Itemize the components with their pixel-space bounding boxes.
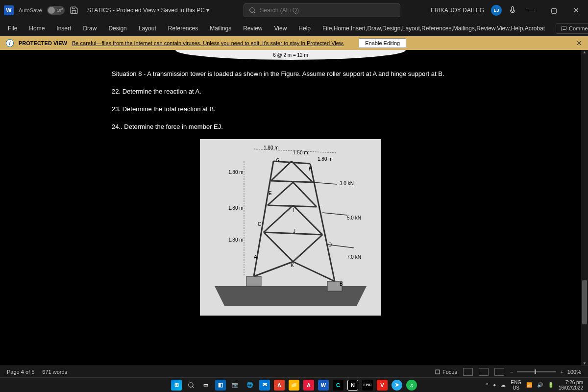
- user-name: ERIKA JOY DAILEG: [431, 7, 484, 14]
- web-layout-icon[interactable]: [494, 368, 504, 376]
- svg-line-20: [271, 161, 292, 181]
- focus-mode-button[interactable]: Focus: [435, 369, 457, 375]
- print-layout-icon[interactable]: [479, 368, 489, 376]
- search-box[interactable]: [244, 3, 400, 17]
- document-canvas[interactable]: 6 @ 2 m = 12 m Situation 8 - A transmiss…: [0, 50, 581, 372]
- battery-icon[interactable]: 🔋: [548, 382, 554, 388]
- svg-line-15: [293, 182, 317, 207]
- svg-line-18: [264, 232, 293, 262]
- zoom-slider[interactable]: [517, 371, 556, 372]
- zoom-in[interactable]: +: [560, 369, 563, 375]
- titlebar: W AutoSave Off STATICS - Protected View …: [0, 0, 588, 21]
- tray-app-icon[interactable]: ●: [493, 382, 496, 388]
- clock[interactable]: 7:26 pm 16/02/2022: [559, 380, 583, 391]
- svg-marker-3: [215, 286, 367, 306]
- zoom-out[interactable]: −: [510, 369, 513, 375]
- comments-label: Comments: [569, 25, 588, 31]
- valorant-icon[interactable]: V: [377, 380, 388, 391]
- app-c-icon[interactable]: C: [333, 380, 343, 391]
- word-app-icon: W: [4, 5, 14, 15]
- tray-cloud-icon[interactable]: ☁: [501, 382, 506, 388]
- start-button[interactable]: ⊞: [171, 380, 182, 391]
- task-view-icon[interactable]: ▭: [200, 380, 211, 391]
- tab-review[interactable]: Review: [242, 22, 263, 35]
- tray-chevron-icon[interactable]: ^: [486, 382, 489, 388]
- search-taskbar-icon[interactable]: [186, 380, 196, 391]
- chrome-icon[interactable]: 🌐: [245, 380, 255, 391]
- language-indicator[interactable]: ENG US: [511, 380, 521, 391]
- search-icon: [249, 7, 256, 14]
- toggle-knob: [48, 7, 55, 14]
- zoom-control: − + 100%: [510, 369, 581, 375]
- ribbon-right: Comments Share: [556, 23, 588, 34]
- comment-icon: [561, 25, 567, 31]
- notion-icon[interactable]: N: [347, 380, 358, 391]
- scroll-thumb[interactable]: [582, 280, 587, 324]
- tab-mailings[interactable]: Mailings: [209, 22, 232, 35]
- word-taskbar-icon[interactable]: W: [318, 380, 329, 391]
- tab-home[interactable]: Home: [28, 22, 46, 35]
- dim-left-2: 1.80 m: [228, 205, 244, 211]
- minimize-button[interactable]: —: [523, 2, 539, 18]
- tab-file[interactable]: File: [7, 22, 18, 35]
- volume-icon[interactable]: 🔊: [537, 382, 543, 388]
- zoom-level[interactable]: 100%: [567, 369, 581, 375]
- search-input[interactable]: [260, 7, 395, 14]
- mail-icon[interactable]: ✉: [259, 380, 270, 391]
- dim-top-3: 1.80 m: [318, 156, 333, 162]
- svg-point-28: [189, 382, 193, 387]
- dim-top-1: 1.80 m: [264, 145, 279, 150]
- mic-icon[interactable]: [509, 6, 516, 14]
- svg-point-0: [250, 8, 254, 12]
- wifi-icon[interactable]: 📶: [526, 382, 532, 388]
- document-page: 6 @ 2 m = 12 m Situation 8 - A transmiss…: [77, 50, 504, 372]
- acrobat-icon[interactable]: A: [274, 380, 285, 391]
- page-indicator[interactable]: Page 4 of 5: [7, 369, 34, 375]
- svg-line-13: [293, 205, 322, 235]
- svg-line-12: [264, 205, 293, 232]
- tab-help[interactable]: Help: [297, 22, 312, 35]
- word-count[interactable]: 671 words: [42, 369, 67, 375]
- document-title[interactable]: STATICS - Protected View • Saved to this…: [87, 7, 210, 14]
- tab-layout[interactable]: Layout: [138, 22, 157, 35]
- comments-button[interactable]: Comments: [556, 23, 588, 34]
- tab-design[interactable]: Design: [107, 22, 127, 35]
- close-button[interactable]: ✕: [568, 2, 584, 18]
- camera-icon[interactable]: 📷: [230, 380, 241, 391]
- tab-insert[interactable]: Insert: [55, 22, 72, 35]
- autosave-toggle[interactable]: Off: [47, 6, 65, 15]
- focus-icon: [435, 369, 441, 375]
- node-K: K: [291, 263, 294, 268]
- question-22: 22. Determine the reaction at A.: [112, 86, 455, 97]
- maximize-button[interactable]: ▢: [546, 2, 562, 18]
- tab-view[interactable]: View: [273, 22, 288, 35]
- enable-editing-button[interactable]: Enable Editing: [359, 38, 406, 48]
- ribbon-tabs: File Home Insert Draw Design Layout Refe…: [0, 21, 588, 36]
- close-protected-bar[interactable]: ✕: [576, 39, 582, 47]
- app-a-icon[interactable]: A: [303, 380, 314, 391]
- svg-line-23: [322, 213, 347, 215]
- tab-draw[interactable]: Draw: [82, 22, 98, 35]
- windows-taskbar: ⊞ ▭ ◧ 📷 🌐 ✉ A 📁 A W C N EPIC V ➤ ♫ ^ ● ☁…: [0, 377, 588, 392]
- explorer-icon[interactable]: 📁: [289, 380, 299, 391]
- tab-references[interactable]: References: [167, 22, 199, 35]
- protected-view-message: Be careful—files from the Internet can c…: [72, 40, 344, 46]
- protected-view-bar: i PROTECTED VIEW Be careful—files from t…: [0, 36, 588, 50]
- dim-top-2: 1.50 m: [293, 150, 308, 155]
- node-F: F: [319, 205, 322, 211]
- node-G: G: [276, 158, 280, 163]
- widgets-icon[interactable]: ◧: [215, 380, 226, 391]
- epic-games-icon[interactable]: EPIC: [362, 380, 373, 391]
- node-A: A: [254, 254, 257, 260]
- node-H: H: [309, 166, 312, 172]
- truss-diagram: [200, 139, 381, 316]
- spotify-icon[interactable]: ♫: [406, 380, 417, 391]
- vertical-scrollbar[interactable]: [581, 50, 588, 366]
- user-avatar[interactable]: EJ: [491, 5, 502, 16]
- read-mode-icon[interactable]: [463, 368, 473, 376]
- load-1: 3.0 kN: [340, 181, 354, 186]
- svg-line-22: [313, 182, 337, 184]
- telegram-icon[interactable]: ➤: [392, 380, 402, 391]
- save-icon[interactable]: [70, 6, 78, 15]
- situation-text: Situation 8 - A transmission tower is lo…: [112, 69, 455, 79]
